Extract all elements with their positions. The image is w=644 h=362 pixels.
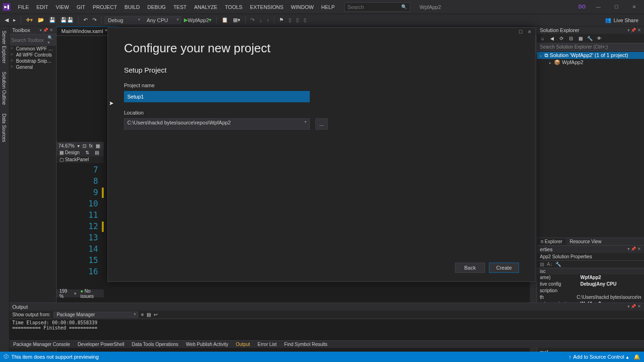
no-issues-badge[interactable]: ● No issues xyxy=(80,288,101,299)
menu-tools[interactable]: TOOLS xyxy=(221,2,246,12)
tab-resource-view[interactable]: Resource View xyxy=(566,238,605,245)
toolbar-icon-d[interactable]: ▯ xyxy=(294,16,301,24)
solution-root-node[interactable]: ▸⧉ Solution 'WpfApp2' (1 of 1 project) xyxy=(537,52,644,59)
config-dropdown[interactable]: Debug xyxy=(105,16,142,24)
redo-icon[interactable]: ↷ xyxy=(91,16,99,24)
xaml-tab[interactable]: ▤ xyxy=(92,149,102,156)
location-combo[interactable]: C:\Users\hackd bytes\source\repos\WpfApp… xyxy=(124,118,310,130)
start-debug-button[interactable]: ▶ WpfApp2 ▾ xyxy=(182,16,214,24)
step-over-icon[interactable]: ↷ xyxy=(248,16,256,24)
global-search[interactable]: 🔍 xyxy=(344,2,410,12)
maximize-icon[interactable]: ☐ xyxy=(519,29,523,34)
prop-row-name[interactable]: ame)WpfApp2 xyxy=(537,274,644,281)
rail-solution-outline[interactable]: Solution Outline xyxy=(0,67,9,109)
maximize-button[interactable]: ☐ xyxy=(609,1,623,13)
live-share-button[interactable]: 👥Live Share xyxy=(602,16,641,24)
toolbar-icon-a[interactable]: 📋 xyxy=(220,16,230,24)
menu-view[interactable]: VIEW xyxy=(52,2,73,12)
new-item-icon[interactable]: ✚▾ xyxy=(24,16,35,24)
menu-window[interactable]: WINDOW xyxy=(287,2,317,12)
open-icon[interactable]: 📂 xyxy=(36,16,46,24)
flag-icon[interactable]: ⚑ xyxy=(277,16,286,24)
tab-error-list[interactable]: Error List xyxy=(254,341,281,348)
menu-analyze[interactable]: ANALYZE xyxy=(190,2,221,12)
toolbox-item[interactable]: General xyxy=(9,64,56,70)
close-button[interactable]: ✕ xyxy=(627,1,641,13)
back-icon[interactable]: ◀ xyxy=(548,35,556,42)
prop-row-description[interactable]: scription xyxy=(537,288,644,294)
solution-search[interactable]: Search Solution Explorer (Ctrl+;) xyxy=(537,43,644,51)
add-to-source-control[interactable]: ↑ Add to Source Control ▴ xyxy=(569,354,629,360)
collapse-icon[interactable]: ⊟ xyxy=(567,35,575,42)
sync-icon[interactable]: ⟳ xyxy=(558,35,565,42)
menu-edit[interactable]: EDIT xyxy=(33,2,52,12)
rail-data-sources[interactable]: Data Sources xyxy=(0,109,9,147)
alpha-sort-icon[interactable]: A↓ xyxy=(547,262,553,267)
menu-build[interactable]: BUILD xyxy=(121,2,143,12)
nav-back-icon[interactable]: ◀ xyxy=(3,16,10,24)
swap-icon[interactable]: ⇅ xyxy=(83,149,92,156)
fit-icon[interactable]: ⊡ xyxy=(83,143,86,148)
browse-button[interactable]: ... xyxy=(315,118,328,130)
zoom-dropdown-icon[interactable]: ▾ xyxy=(77,143,80,148)
toolbar-icon-b[interactable]: ▦▾ xyxy=(231,16,242,24)
toggle-icon[interactable]: ▤ xyxy=(147,312,151,317)
home-icon[interactable]: ⌂ xyxy=(539,35,546,42)
notifications-icon[interactable]: 🔔 xyxy=(634,354,640,360)
tab-solution-explorer[interactable]: n Explorer xyxy=(537,238,566,245)
nav-fwd-icon[interactable]: ▸ xyxy=(11,16,18,24)
properties-category[interactable]: isc xyxy=(537,268,644,274)
editor-zoom[interactable]: 199 % xyxy=(59,288,70,299)
step-into-icon[interactable]: ↓ xyxy=(257,16,264,24)
fx-icon[interactable]: fx xyxy=(89,143,93,148)
grid-icon[interactable]: ▦ xyxy=(96,143,100,148)
global-search-input[interactable] xyxy=(347,4,401,10)
menu-git[interactable]: GIT xyxy=(73,2,89,12)
project-name-input[interactable] xyxy=(124,91,310,102)
close-icon[interactable]: ✕ xyxy=(528,29,531,34)
menu-file[interactable]: FILE xyxy=(14,2,33,12)
prop-row-active-config[interactable]: tive configDebug|Any CPU xyxy=(537,281,644,288)
toolbar-icon-c[interactable]: ▯ xyxy=(287,16,293,24)
toolbox-item[interactable]: All WPF Controls xyxy=(9,52,56,58)
tab-web-publish[interactable]: Web Publish Activity xyxy=(182,341,232,348)
platform-dropdown[interactable]: Any CPU xyxy=(143,16,181,24)
minimize-button[interactable]: — xyxy=(591,1,605,13)
properties-icon[interactable]: 🔧 xyxy=(586,35,594,42)
prop-row-path[interactable]: thC:\Users\hackd bytes\source\repo xyxy=(537,294,644,301)
wrap-icon[interactable]: ↩ xyxy=(154,312,157,317)
design-tab[interactable]: ▦ Design xyxy=(57,149,83,156)
tab-data-tools[interactable]: Data Tools Operations xyxy=(128,341,182,348)
create-button[interactable]: Create xyxy=(489,263,519,273)
step-out-icon[interactable]: ↑ xyxy=(265,16,272,24)
toolbox-item[interactable]: Bootstrap Snippets xyxy=(9,58,56,64)
output-source-combo[interactable]: Package Manager xyxy=(53,312,138,318)
properties-subject[interactable]: App2 Solution Properties xyxy=(537,253,644,261)
menu-debug[interactable]: DEBUG xyxy=(144,2,170,12)
menu-extensions[interactable]: EXTENSIONS xyxy=(246,2,287,12)
back-button[interactable]: Back xyxy=(455,263,485,273)
categorize-icon[interactable]: ▤ xyxy=(540,262,544,267)
toolbox-item[interactable]: Common WPF Cont... xyxy=(9,46,56,52)
zoom-value[interactable]: 74.67% xyxy=(58,143,74,148)
tab-output[interactable]: Output xyxy=(232,341,254,348)
clear-icon[interactable]: ≡ xyxy=(141,312,144,317)
menu-project[interactable]: PROJECT xyxy=(89,2,121,12)
save-icon[interactable]: 💾 xyxy=(47,16,58,24)
wrench-icon[interactable]: 🔧 xyxy=(555,262,561,267)
tab-dev-powershell[interactable]: Developer PowerShell xyxy=(74,341,128,348)
rail-server-explorer[interactable]: Server Explorer xyxy=(0,26,9,67)
tab-pm-console[interactable]: Package Manager Console xyxy=(9,341,74,348)
output-body[interactable]: Time Elapsed: 00:00:00.8558339 =========… xyxy=(9,319,644,340)
breadcrumb-element[interactable]: ▢ StackPanel xyxy=(57,156,104,163)
toolbox-search[interactable]: 🔍▾ xyxy=(9,34,56,46)
save-all-icon[interactable]: 💾💾 xyxy=(58,16,75,24)
menu-help[interactable]: HELP xyxy=(317,2,339,12)
show-all-icon[interactable]: ▦ xyxy=(577,35,584,42)
preview-icon[interactable]: 👁 xyxy=(595,35,603,42)
project-node[interactable]: ▸📦 WpfApp2 xyxy=(537,59,644,66)
toolbar-icon-e[interactable]: ▯ xyxy=(302,16,308,24)
undo-icon[interactable]: ↶ xyxy=(82,16,90,24)
toolbox-search-input[interactable] xyxy=(11,38,48,43)
user-badge[interactable]: DO xyxy=(577,3,587,10)
